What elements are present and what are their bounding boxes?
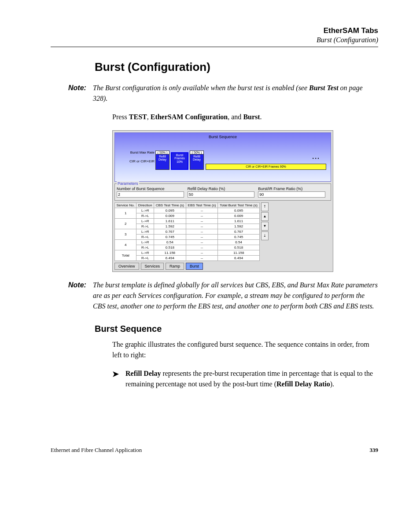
cell: L->R: [136, 250, 154, 256]
parameters-legend: Parameters: [117, 181, 139, 186]
cell: L->R: [136, 240, 154, 245]
header-chapter: EtherSAM Tabs: [51, 26, 378, 35]
kw-ethersam: EtherSAM Configuration: [151, 113, 228, 121]
footer-book-title: Ethernet and Fibre Channel Application: [51, 447, 142, 454]
note-text: The Burst configuration is only availabl…: [93, 84, 309, 92]
note-label: Note:: [68, 280, 93, 312]
axis-burst-max-rate: Burst Max Rate: [130, 150, 155, 154]
cell: 1.592: [218, 224, 260, 229]
kw-test: TEST: [129, 113, 147, 121]
table-row: 2L->R1.611--1.611: [115, 219, 260, 224]
cell: --: [186, 256, 217, 261]
paragraph: The graphic illustrates the configured b…: [112, 339, 378, 360]
cell: L->R: [136, 229, 154, 235]
table-row: R->L6.494--6.494: [115, 256, 260, 261]
scroll-button[interactable]: ▼: [261, 222, 269, 231]
cell: 6.494: [218, 256, 260, 261]
cell: R->L: [136, 235, 154, 240]
scroll-button[interactable]: ⤓: [261, 231, 269, 240]
text: represents the pre-burst recuperation ti…: [125, 370, 373, 388]
param-label-frame-ratio: Burst/IR Frame Ratio (%): [258, 187, 325, 191]
table-row: R->L0.518--0.518: [115, 245, 260, 250]
refill-block-2: ( 50% ) Refill Delay: [190, 150, 204, 170]
cell-service: 1: [115, 208, 136, 219]
text: .: [260, 113, 262, 121]
cell: R->L: [136, 245, 154, 250]
cell: 1.592: [154, 224, 186, 229]
results-table-wrap: Service No.DirectionCBS Test Time (s)EBS…: [114, 202, 331, 261]
table-header: EBS Test Time (s): [186, 203, 217, 208]
ellipsis-icon: ...: [312, 153, 320, 160]
table-header: Total Burst Test Time (s): [218, 203, 260, 208]
bullet-1: ➤ Refill Delay represents the pre-burst …: [112, 368, 378, 389]
term-refill-delay: Refill Delay: [125, 370, 161, 377]
refill-head: ( 50% ): [155, 150, 169, 154]
scroll-buttons: ⤒▲▼⤓: [261, 202, 269, 240]
cell: 1.611: [218, 219, 260, 224]
cell: 0.009: [218, 213, 260, 219]
cell: --: [186, 224, 217, 229]
header-rule: [51, 47, 378, 47]
scroll-button[interactable]: ⤒: [261, 202, 269, 211]
parameters-panel: Parameters Number of Burst Sequence Refi…: [114, 183, 331, 201]
tab-row: OverviewServicesRampBurst: [114, 263, 331, 270]
note-1: Note: The Burst configuration is only av…: [68, 83, 378, 104]
cell: --: [186, 245, 217, 250]
axis-cir: CIR or CIR+EIR: [129, 159, 155, 163]
cell: 0.54: [154, 240, 186, 245]
cell: --: [186, 219, 217, 224]
cell: 0.009: [154, 213, 186, 219]
cell: --: [186, 213, 217, 219]
cell: --: [186, 240, 217, 245]
page-title: Burst (Configuration): [95, 60, 378, 74]
bullet-arrow-icon: ➤: [112, 368, 125, 389]
cell: R->L: [136, 256, 154, 261]
footer-page-number: 339: [370, 447, 379, 454]
cell: --: [186, 235, 217, 240]
refill-body: Refill Delay: [190, 154, 204, 170]
embedded-screenshot: Burst Sequence Burst Max Rate CIR or CIR…: [112, 130, 333, 272]
tab-services[interactable]: Services: [141, 263, 164, 270]
cell: 0.095: [154, 208, 186, 213]
diagram-row: ( 50% ) Refill Delay Burst Frames 10% ( …: [155, 152, 326, 170]
text: , and: [228, 113, 243, 121]
param-input-frame-ratio[interactable]: [258, 191, 325, 198]
cell: 11.158: [154, 250, 186, 256]
table-row: 3L->R0.767--0.767: [115, 229, 260, 235]
cell: 0.767: [218, 229, 260, 235]
results-table: Service No.DirectionCBS Test Time (s)EBS…: [114, 202, 260, 261]
cell: 1.611: [154, 219, 186, 224]
refill-block-1: ( 50% ) Refill Delay: [155, 150, 169, 170]
cell: 0.745: [154, 235, 186, 240]
param-input-refill-ratio[interactable]: [188, 191, 255, 198]
refill-body: Refill Delay: [155, 154, 169, 170]
subsection-title: Burst Sequence: [95, 324, 378, 334]
cell: 11.158: [218, 250, 260, 256]
scroll-button[interactable]: ▲: [261, 212, 269, 221]
cell-service: 4: [115, 240, 136, 250]
note-label: Note:: [68, 83, 93, 104]
cell: 0.767: [154, 229, 186, 235]
table-row: R->L0.745--0.745: [115, 235, 260, 240]
cell: 0.095: [218, 208, 260, 213]
cell: L->R: [136, 219, 154, 224]
header-section: Burst (Configuration): [51, 36, 378, 44]
kw-burst: Burst: [243, 113, 260, 121]
cir-frames-block: CIR or CIR+EIR Frames 90%: [206, 164, 326, 170]
page-footer: Ethernet and Fibre Channel Application 3…: [51, 447, 378, 454]
tab-burst[interactable]: Burst: [186, 263, 203, 270]
tab-ramp[interactable]: Ramp: [166, 263, 184, 270]
cell-service: 2: [115, 219, 136, 229]
table-row: 1L->R0.095--0.095: [115, 208, 260, 213]
table-row: R->L0.009--0.009: [115, 213, 260, 219]
table-header: Service No.: [115, 203, 136, 208]
param-input-burst-seq[interactable]: [117, 191, 184, 198]
note-body: The burst template is defined globally f…: [93, 280, 378, 312]
param-label-burst-seq: Number of Burst Sequence: [117, 187, 184, 191]
burst-sequence-panel: Burst Sequence Burst Max Rate CIR or CIR…: [114, 132, 331, 182]
text: ,: [147, 113, 151, 121]
table-row: TotalL->R11.158--11.158: [115, 250, 260, 256]
term-refill-delay-ratio: Refill Delay Ratio: [276, 380, 330, 388]
tab-overview[interactable]: Overview: [114, 263, 139, 270]
cell: --: [186, 250, 217, 256]
